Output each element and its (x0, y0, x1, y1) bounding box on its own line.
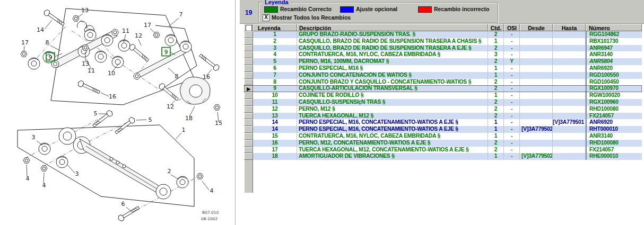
diagram-callout-16[interactable]: 16 (203, 74, 210, 80)
cell-hasta (553, 147, 586, 154)
diagram-callout-1[interactable]: 1 (182, 127, 186, 133)
row-selector[interactable] (244, 133, 253, 140)
cell-leyenda: 3 (253, 45, 297, 52)
diagram-callout-8[interactable]: 8 (175, 73, 179, 80)
row-selector[interactable] (244, 38, 253, 45)
diagram-callout-3[interactable]: 3 (32, 134, 36, 141)
table-row[interactable]: 6PERNO ESPECIAL, M16 §1-ANR6920 (244, 65, 642, 72)
diagram-callout-10[interactable]: 10 (108, 70, 115, 77)
cell-osi: - (504, 31, 520, 38)
diagram-callout-4[interactable]: 4 (42, 182, 46, 189)
diagram-callout-2[interactable]: 2 (168, 168, 171, 175)
row-selector-gutter-tail (244, 160, 253, 193)
table-row[interactable]: 3CASQUILLO, BRAZO DE RADIO DE SUSPENSIÓN… (244, 45, 642, 52)
cell-hasta (553, 153, 586, 160)
row-selector[interactable] (244, 79, 253, 86)
row-selector[interactable] (244, 51, 253, 58)
diagram-callout-13[interactable]: 13 (82, 60, 89, 67)
row-selector[interactable] (244, 106, 253, 113)
cell-descripcion: AMORTIGUADOR DE VIBRACIONES § (297, 153, 488, 160)
diagram-callout-14[interactable]: 14 (37, 26, 44, 33)
table-row[interactable]: 13TUERCA HEXAGONAL, M12 §2-FX214057 (244, 113, 642, 120)
diagram-callout-6[interactable]: 6 (121, 201, 125, 208)
row-selector[interactable] (244, 99, 253, 106)
table-row[interactable]: 1GRUPO BRAZO-RADIO-SUSPENSIÓN TRAS. §2-R… (244, 31, 642, 38)
diagram-callout-7[interactable]: 7 (179, 11, 183, 18)
table-row[interactable]: 14PERNO ESPECIAL, M16, CONCATENAMIENTO-W… (244, 119, 642, 126)
bushing-3b (56, 156, 68, 168)
column-header-osi[interactable]: OSI (504, 24, 520, 31)
table-row[interactable]: 16PERNO, M12, CONCATENAMIENTO-WATIOS A E… (244, 140, 642, 147)
diagram-callout-3[interactable]: 3 (75, 170, 79, 177)
row-selector[interactable] (244, 153, 253, 160)
bushing (84, 29, 96, 41)
cell-numero: ANR5804 (586, 58, 642, 65)
cell-hasta (553, 99, 586, 106)
table-row[interactable]: 8CONJUNTO BRAZO Y CASQUILLO - CONCATENAM… (244, 79, 642, 86)
diagram-callout-4[interactable]: 4 (210, 187, 214, 194)
figure-callout-indicator: 19 (245, 9, 252, 16)
bushing (118, 40, 130, 51)
cell-ctd: 2 (488, 147, 504, 154)
table-row[interactable]: 11CASQUILLO-SUSPENSIçN TRAS §2-RGX100960 (244, 99, 642, 106)
select-all-checkbox[interactable] (246, 25, 252, 31)
cell-desde (520, 106, 553, 113)
diagram-callout-17[interactable]: 17 (144, 22, 151, 29)
column-header-ctd[interactable]: Ctd. (488, 24, 504, 31)
cell-osi: - (504, 92, 520, 99)
row-selector[interactable] (244, 92, 253, 99)
diagram-callout-8[interactable]: 8 (46, 39, 49, 46)
cell-desde (520, 85, 553, 92)
select-all-cell[interactable] (244, 24, 253, 31)
diagram-callout-18[interactable]: 18 (185, 115, 193, 122)
table-row[interactable]: ▶9CASQUILLO-ARTICULACIÓN TRANSVERSAL §2-… (244, 85, 642, 92)
cell-osi: - (504, 85, 520, 92)
row-selector[interactable] (244, 58, 253, 65)
cell-osi: - (504, 126, 520, 133)
table-row[interactable]: 5PERNO, M16, 100MM, DACROMAT §2YANR5804 (244, 58, 642, 65)
diagram-callout-11[interactable]: 11 (88, 67, 95, 74)
row-selector[interactable] (244, 119, 253, 126)
column-header-desde[interactable]: Desde (520, 24, 553, 31)
table-row[interactable]: 7CONJUNTO CONCATENACIÓN DE WATIOS §1-RGD… (244, 72, 642, 79)
diagram-callout-16[interactable]: 16 (109, 93, 116, 100)
column-header-descripcion[interactable]: Descripción (297, 24, 488, 31)
diagram-callout-13[interactable]: 13 (81, 7, 89, 14)
table-row[interactable]: 2CASQUILLO, BRAZO DE RADIO DE SUSPENSIÓN… (244, 38, 642, 45)
checkbox-checked-icon[interactable]: X (263, 14, 269, 21)
cell-hasta (553, 45, 586, 52)
row-selector[interactable] (244, 147, 253, 154)
table-row[interactable]: 12PERNO, M12 §2-RHD100080 (244, 106, 642, 113)
diagram-callout-11[interactable]: 11 (122, 28, 129, 34)
row-selector[interactable] (244, 126, 253, 133)
row-selector[interactable]: ▶ (244, 85, 253, 92)
row-selector[interactable] (244, 65, 253, 72)
table-row[interactable]: 10COJINETE DE RODILLO §1-RGW100020 (244, 92, 642, 99)
table-row[interactable]: 14PERNO ESPECIAL, M16, CONCATENAMIENTO-W… (244, 126, 642, 133)
diagram-callout-17[interactable]: 17 (21, 39, 29, 46)
table-row[interactable]: 15CONTRATUERCA, M16, NYLOC, CABEZA EMBRI… (244, 133, 642, 140)
column-header-numero[interactable]: Número (586, 24, 642, 31)
nut-17b (153, 32, 160, 38)
diagram-callout-5[interactable]: 5 (94, 110, 98, 117)
row-selector[interactable] (244, 113, 253, 120)
cell-hasta (553, 51, 586, 58)
table-row[interactable]: 17TUERCA HEXAGONAL, M12, CONCATENAMIENTO… (244, 147, 642, 154)
column-header-leyenda[interactable]: Leyenda (253, 24, 297, 31)
cell-ctd: 3 (488, 51, 504, 58)
diagram-callout-5[interactable]: 5 (149, 116, 152, 123)
nut-15 (214, 105, 220, 110)
diagram-callout-9[interactable]: 9 (49, 54, 53, 61)
diagram-callout-9[interactable]: 9 (164, 49, 168, 56)
diagram-callout-12[interactable]: 12 (135, 32, 142, 39)
diagram-callout-4[interactable]: 4 (26, 175, 30, 182)
table-row[interactable]: 4CONTRATUERCA, M16, NYLOC, CABEZA EMBRID… (244, 51, 642, 58)
row-selector[interactable] (244, 31, 253, 38)
row-selector[interactable] (244, 72, 253, 79)
row-selector[interactable] (244, 45, 253, 52)
diagram-callout-15[interactable]: 15 (215, 120, 222, 127)
table-row[interactable]: 18AMORTIGUADOR DE VIBRACIONES §1-[V]3A77… (244, 153, 642, 160)
diagram-callout-12[interactable]: 12 (167, 103, 174, 110)
row-selector[interactable] (244, 140, 253, 147)
column-header-hasta[interactable]: Hasta (553, 24, 586, 31)
